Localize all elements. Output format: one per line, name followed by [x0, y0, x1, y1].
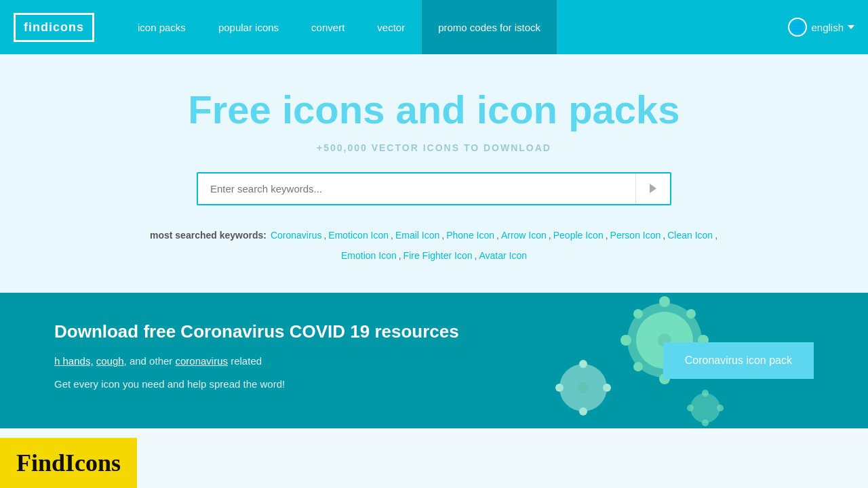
search-bar [197, 172, 671, 205]
watermark: FindIcons [0, 438, 137, 488]
keywords-section: most searched keywords: Coronavirus, Emo… [129, 226, 739, 265]
sep2: , [391, 226, 393, 245]
keywords-label: most searched keywords: [150, 226, 267, 245]
keyword-clean-icon[interactable]: Clean Icon [667, 226, 713, 245]
svg-point-15 [690, 393, 720, 423]
svg-point-4 [620, 335, 631, 346]
hero-title: Free icons and icon packs [188, 88, 679, 131]
keyword-fire-fighter-icon[interactable]: Fire Fighter Icon [403, 246, 473, 265]
covid-content: Download free Coronavirus COVID 19 resou… [54, 321, 459, 399]
svg-point-9 [686, 309, 696, 319]
sep4: , [496, 226, 499, 245]
sep6: , [606, 226, 608, 245]
chevron-down-icon [848, 25, 854, 29]
header: findicons icon packs popular icons conve… [0, 0, 868, 54]
hero-section: Free icons and icon packs +500,000 VECTO… [0, 54, 868, 293]
language-label: english [811, 22, 844, 33]
svg-point-8 [633, 362, 643, 371]
svg-point-21 [578, 382, 589, 393]
svg-point-13 [555, 384, 564, 392]
covid-description: h hands, cough, and other coronavirus re… [54, 353, 459, 369]
svg-point-17 [702, 420, 709, 426]
covid-sub-description: Get every icon you need and help spread … [54, 376, 459, 392]
keyword-person-icon[interactable]: Person Icon [610, 226, 661, 245]
nav-item-icon-packs[interactable]: icon packs [121, 0, 202, 54]
keyword-phone-icon[interactable]: Phone Icon [446, 226, 494, 245]
search-button[interactable] [635, 174, 670, 204]
keyword-arrow-icon[interactable]: Arrow Icon [501, 226, 547, 245]
nav-item-promo-codes[interactable]: promo codes for istock [421, 0, 557, 54]
svg-point-11 [579, 360, 587, 368]
keyword-coronavirus[interactable]: Coronavirus [271, 226, 321, 245]
covid-link-coronavirus[interactable]: coronavirus [175, 355, 228, 367]
covid-link-hands[interactable]: h hands, [54, 355, 94, 367]
nav-item-popular-icons[interactable]: popular icons [202, 0, 295, 54]
covid-title: Download free Coronavirus COVID 19 resou… [54, 321, 459, 342]
search-input[interactable] [198, 174, 635, 204]
sep9: , [399, 246, 401, 265]
search-arrow-icon [650, 184, 656, 193]
globe-icon: 🌐 [788, 18, 807, 37]
svg-point-2 [659, 296, 670, 307]
svg-point-6 [633, 309, 643, 319]
covid-link-cough[interactable]: cough [96, 355, 124, 367]
sep5: , [549, 226, 551, 245]
nav-item-vector[interactable]: vector [361, 0, 421, 54]
sep1: , [323, 226, 326, 245]
nav-item-convert[interactable]: convert [295, 0, 361, 54]
hero-subtitle: +500,000 VECTOR ICONS TO DOWNLOAD [317, 142, 551, 153]
keyword-emotion-icon[interactable]: Emotion Icon [341, 246, 397, 265]
keyword-email-icon[interactable]: Email Icon [395, 226, 439, 245]
svg-point-12 [579, 407, 587, 415]
sep10: , [475, 246, 477, 265]
svg-point-16 [702, 390, 709, 396]
svg-point-14 [603, 384, 611, 392]
watermark-text: FindIcons [16, 449, 121, 476]
logo[interactable]: findicons [14, 13, 94, 42]
language-selector[interactable]: 🌐 english [788, 18, 854, 37]
nav: icon packs popular icons convert vector … [121, 0, 788, 54]
sep8: , [715, 226, 717, 245]
keyword-avatar-icon[interactable]: Avatar Icon [479, 246, 527, 265]
coronavirus-icon-pack-button[interactable]: Coronavirus icon pack [663, 342, 814, 379]
sep3: , [441, 226, 444, 245]
keyword-emoticon-icon[interactable]: Emoticon Icon [328, 226, 389, 245]
sep7: , [663, 226, 665, 245]
logo-text: findicons [24, 20, 84, 34]
keyword-people-icon[interactable]: People Icon [553, 226, 604, 245]
svg-point-18 [687, 405, 694, 411]
covid-section: Download free Coronavirus COVID 19 resou… [0, 293, 868, 428]
svg-point-19 [717, 405, 724, 411]
